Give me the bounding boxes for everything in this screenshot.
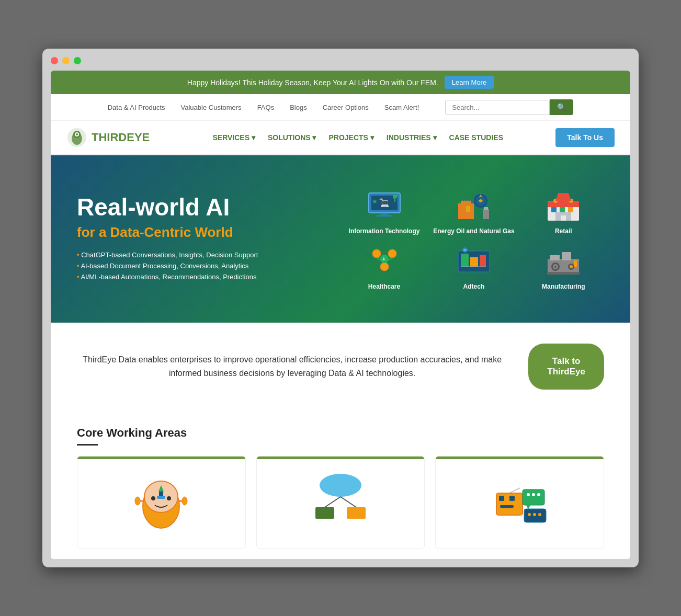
hero-headline: Real-world AI bbox=[77, 194, 323, 221]
hero-bullets: ChatGPT-based Conversations, Insights, D… bbox=[77, 251, 323, 281]
svg-rect-9 bbox=[377, 215, 392, 216]
industry-it: 💻 ⊞ ☁ Information Technology bbox=[344, 188, 425, 235]
core-section: Core Working Areas bbox=[51, 410, 630, 559]
svg-rect-25 bbox=[551, 207, 557, 212]
industry-healthcare-icon: + bbox=[364, 243, 405, 280]
hero-bullet-1: ChatGPT-based Conversations, Insights, D… bbox=[77, 251, 323, 259]
svg-point-83 bbox=[538, 513, 541, 516]
industry-energy-label: Energy Oil and Natural Gas bbox=[433, 227, 514, 235]
svg-rect-21 bbox=[483, 209, 489, 219]
hero-bullet-3: AI/ML-based Automations, Recommendations… bbox=[77, 273, 323, 281]
svg-point-52 bbox=[570, 265, 573, 268]
svg-rect-26 bbox=[560, 207, 565, 212]
svg-point-57 bbox=[151, 496, 155, 500]
svg-rect-8 bbox=[381, 213, 388, 215]
industry-adtech: Adtech bbox=[433, 243, 514, 290]
svg-point-4 bbox=[76, 133, 78, 135]
data-flow-icon bbox=[309, 470, 372, 532]
industry-it-icon: 💻 ⊞ ☁ bbox=[364, 188, 405, 224]
nav-scam-alert[interactable]: Scam Alert! bbox=[384, 104, 419, 111]
core-card-3 bbox=[435, 456, 604, 549]
minimize-dot[interactable] bbox=[62, 57, 70, 64]
holiday-banner: Happy Holidays! This Holiday Season, Kee… bbox=[51, 71, 630, 94]
svg-rect-60 bbox=[159, 492, 163, 496]
svg-text:+: + bbox=[382, 256, 385, 262]
browser-chrome bbox=[51, 57, 630, 64]
svg-point-58 bbox=[167, 496, 171, 500]
svg-rect-46 bbox=[550, 255, 560, 260]
core-card-1 bbox=[77, 456, 246, 549]
industry-manufacturing: Manufacturing bbox=[523, 243, 604, 290]
hero-subheadline: for a Data-Centric World bbox=[77, 224, 323, 241]
logo-text: THIRDEYE bbox=[92, 131, 150, 144]
search-bar: 🔍 bbox=[445, 99, 573, 115]
svg-rect-54 bbox=[547, 272, 580, 275]
industry-manufacturing-label: Manufacturing bbox=[542, 283, 585, 290]
core-card-2 bbox=[256, 456, 425, 549]
hero-wrapper: Real-world AI for a Data-Centric World C… bbox=[51, 155, 630, 323]
core-card-1-body bbox=[77, 459, 245, 543]
hero-bullet-2: AI-based Document Processing, Conversion… bbox=[77, 262, 323, 270]
top-nav: Data & AI Products Valuable Customers FA… bbox=[51, 94, 630, 121]
svg-rect-74 bbox=[500, 505, 514, 508]
svg-rect-61 bbox=[157, 496, 165, 499]
svg-rect-41 bbox=[470, 257, 478, 267]
industry-adtech-label: Adtech bbox=[463, 283, 485, 290]
svg-point-77 bbox=[532, 493, 535, 496]
svg-rect-70 bbox=[347, 507, 366, 519]
maximize-dot[interactable] bbox=[74, 57, 81, 64]
nav-valuable-customers[interactable]: Valuable Customers bbox=[181, 104, 242, 111]
talk-to-us-button[interactable]: Talk To Us bbox=[555, 128, 615, 147]
industry-healthcare: + Healthcare bbox=[344, 243, 425, 290]
industry-retail-label: Retail bbox=[555, 227, 572, 235]
learn-more-button[interactable]: Learn More bbox=[445, 76, 494, 89]
svg-rect-53 bbox=[574, 260, 577, 267]
core-card-3-body bbox=[436, 459, 604, 543]
nav-career-options[interactable]: Career Options bbox=[323, 104, 369, 111]
industry-it-label: Information Technology bbox=[349, 227, 420, 235]
svg-rect-27 bbox=[568, 207, 573, 212]
industry-adtech-icon bbox=[453, 243, 495, 280]
svg-rect-17 bbox=[466, 206, 470, 212]
industry-energy-icon bbox=[453, 188, 495, 224]
main-nav: THIRDEYE SERVICES ▾ SOLUTIONS ▾ PROJECTS… bbox=[51, 121, 630, 155]
search-input[interactable] bbox=[445, 100, 550, 115]
search-button[interactable]: 🔍 bbox=[550, 99, 573, 115]
nav-projects[interactable]: PROJECTS ▾ bbox=[329, 133, 374, 142]
svg-rect-29 bbox=[561, 215, 566, 221]
svg-text:⊞: ⊞ bbox=[373, 199, 377, 204]
svg-point-76 bbox=[527, 493, 530, 496]
core-cards bbox=[77, 456, 604, 549]
hero-left: Real-world AI for a Data-Centric World C… bbox=[77, 194, 323, 284]
nav-case-studies[interactable]: CASE STUDIES bbox=[449, 133, 503, 142]
svg-rect-72 bbox=[499, 496, 504, 501]
industry-retail-icon bbox=[542, 188, 584, 224]
nav-services[interactable]: SERVICES ▾ bbox=[213, 133, 255, 142]
svg-point-64 bbox=[135, 497, 140, 505]
core-section-title: Core Working Areas bbox=[77, 426, 604, 440]
svg-rect-24 bbox=[548, 201, 579, 207]
svg-point-32 bbox=[372, 249, 381, 258]
industry-retail: Retail bbox=[523, 188, 604, 235]
close-dot[interactable] bbox=[51, 57, 58, 64]
industry-healthcare-label: Healthcare bbox=[368, 283, 400, 290]
nav-industries[interactable]: INDUSTRIES ▾ bbox=[387, 133, 437, 142]
svg-point-50 bbox=[554, 266, 557, 268]
industry-energy: Energy Oil and Natural Gas bbox=[433, 188, 514, 235]
site-content: Happy Holidays! This Holiday Season, Kee… bbox=[51, 71, 630, 559]
talk-thirdeye-button[interactable]: Talk toThirdEye bbox=[528, 344, 604, 390]
value-prop-section: ThirdEye Data enables enterprises to imp… bbox=[51, 323, 630, 410]
core-card-2-body bbox=[257, 459, 425, 543]
logo: THIRDEYE bbox=[66, 127, 150, 148]
nav-data-ai-products[interactable]: Data & AI Products bbox=[108, 104, 165, 111]
section-underline bbox=[77, 444, 98, 446]
nav-blogs[interactable]: Blogs bbox=[290, 104, 307, 111]
nav-faqs[interactable]: FAQs bbox=[257, 104, 275, 111]
svg-point-65 bbox=[182, 497, 187, 505]
svg-line-67 bbox=[325, 497, 340, 507]
svg-point-78 bbox=[537, 493, 540, 496]
svg-point-34 bbox=[380, 263, 389, 271]
svg-point-81 bbox=[528, 513, 531, 516]
nav-solutions[interactable]: SOLUTIONS ▾ bbox=[268, 133, 316, 142]
svg-line-68 bbox=[340, 497, 356, 507]
